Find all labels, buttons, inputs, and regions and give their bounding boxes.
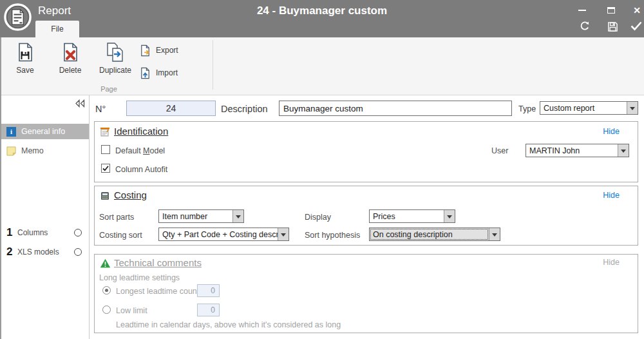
display-dropdown[interactable]: Prices bbox=[369, 209, 455, 223]
costing-title: Costing bbox=[114, 189, 147, 200]
leadtime-helper-text: Leadtime in calendar days, above which i… bbox=[116, 320, 341, 329]
duplicate-label: Duplicate bbox=[99, 66, 131, 75]
long-leadtime-settings-label: Long leadtime settings bbox=[99, 273, 180, 282]
minimize-button[interactable] bbox=[575, 5, 589, 16]
dropdown-arrow-button[interactable] bbox=[278, 228, 289, 240]
type-dropdown[interactable]: Custom report bbox=[540, 101, 638, 115]
sidebar-collapse-button[interactable] bbox=[74, 99, 86, 108]
costing-sort-label: Costing sort bbox=[99, 231, 142, 240]
default-model-checkbox[interactable] bbox=[101, 145, 110, 154]
longest-leadtime-label: Longest leadtime count bbox=[116, 287, 199, 296]
costing-sort-value: Qty + Part Code + Costing description bbox=[159, 228, 278, 240]
user-label: User bbox=[491, 146, 508, 155]
validate-button[interactable] bbox=[629, 19, 643, 32]
maximize-icon bbox=[607, 7, 615, 14]
delete-label: Delete bbox=[59, 66, 82, 75]
floppy-icon bbox=[607, 21, 618, 32]
delete-button[interactable]: Delete bbox=[54, 41, 86, 89]
sidebar-item-memo[interactable]: Memo bbox=[1, 143, 89, 159]
memo-note-icon bbox=[6, 146, 16, 156]
import-button[interactable]: Import bbox=[139, 64, 178, 81]
save-label: Save bbox=[16, 66, 33, 75]
import-label: Import bbox=[156, 68, 178, 77]
sidebar-step-columns[interactable]: 1 Columns bbox=[1, 226, 89, 240]
costing-sort-dropdown[interactable]: Qty + Part Code + Costing description bbox=[158, 228, 289, 241]
costing-hide-link[interactable]: Hide bbox=[603, 191, 620, 200]
identification-hide-link[interactable]: Hide bbox=[603, 127, 620, 136]
save-icon bbox=[15, 41, 35, 63]
step-status-circle-icon bbox=[74, 248, 82, 256]
document-title: 24 - Buymanager custom bbox=[0, 5, 644, 17]
dropdown-arrow-button[interactable] bbox=[232, 210, 243, 222]
technical-hide-label: Hide bbox=[603, 258, 620, 267]
refresh-icon bbox=[579, 21, 591, 32]
close-button[interactable]: ✕ bbox=[630, 5, 644, 16]
step-status-circle-icon bbox=[74, 229, 82, 237]
sort-parts-label: Sort parts bbox=[99, 213, 134, 222]
sort-hypothesis-value: On costing description bbox=[370, 228, 489, 240]
tab-file[interactable]: File bbox=[35, 21, 79, 37]
sort-parts-value: Item number bbox=[159, 210, 232, 222]
export-button[interactable]: Export bbox=[139, 42, 178, 59]
low-limit-input bbox=[197, 304, 220, 316]
titlebar: Report 24 - Buymanager custom File ✕ bbox=[0, 0, 644, 37]
sidebar-step-xls-models[interactable]: 2 XLS models bbox=[1, 245, 89, 259]
checkmark-icon bbox=[630, 20, 643, 32]
sidebar-item-general-info[interactable]: i General info bbox=[1, 124, 89, 139]
report-window: Report 24 - Buymanager custom File ✕ bbox=[0, 0, 644, 339]
type-label: Type bbox=[518, 104, 536, 113]
user-dropdown-value: MARTIN John bbox=[526, 144, 618, 157]
display-value: Prices bbox=[370, 210, 444, 222]
delete-icon bbox=[60, 41, 80, 63]
quick-save-button[interactable] bbox=[605, 20, 620, 33]
warning-triangle-icon bbox=[100, 258, 111, 268]
dropdown-arrow-button[interactable] bbox=[444, 210, 455, 222]
chevron-down-icon bbox=[630, 107, 635, 113]
sidebar-item-label: Memo bbox=[21, 146, 44, 155]
chevron-down-icon bbox=[236, 215, 241, 221]
technical-comments-title: Technical comments bbox=[114, 257, 202, 268]
description-label: Description bbox=[221, 104, 268, 114]
column-autofit-checkbox[interactable] bbox=[101, 164, 110, 173]
sort-parts-dropdown[interactable]: Item number bbox=[158, 209, 244, 223]
checkmark-icon bbox=[102, 164, 109, 172]
sort-hypothesis-label: Sort hypothesis bbox=[305, 231, 360, 240]
longest-leadtime-radio bbox=[102, 286, 111, 295]
identification-icon bbox=[100, 127, 110, 137]
user-dropdown[interactable]: MARTIN John bbox=[526, 144, 629, 157]
save-button[interactable]: Save bbox=[9, 41, 41, 89]
chevron-down-icon bbox=[492, 233, 497, 239]
costing-groupbox: Costing Hide Sort parts Item number Disp… bbox=[94, 186, 638, 246]
info-icon: i bbox=[6, 127, 16, 137]
chevron-down-icon bbox=[447, 215, 452, 221]
double-chevron-left-icon bbox=[74, 99, 86, 108]
step-number: 2 bbox=[1, 246, 15, 258]
number-label: N° bbox=[95, 104, 106, 114]
step-label: Columns bbox=[15, 228, 74, 237]
maximize-button[interactable] bbox=[604, 5, 618, 16]
dropdown-arrow-button[interactable] bbox=[618, 144, 629, 157]
ribbon-group-page-label: Page bbox=[82, 85, 135, 93]
close-icon: ✕ bbox=[633, 6, 641, 15]
dropdown-arrow-button[interactable] bbox=[489, 228, 500, 240]
import-icon bbox=[139, 67, 151, 79]
step-label: XLS models bbox=[15, 247, 74, 257]
type-dropdown-value: Custom report bbox=[540, 102, 627, 114]
display-label: Display bbox=[305, 213, 331, 222]
main-content: N° Description Type Custom report Identi… bbox=[90, 95, 644, 339]
identification-title: Identification bbox=[114, 126, 168, 137]
sort-hypothesis-dropdown[interactable]: On costing description bbox=[369, 228, 500, 241]
refresh-button[interactable] bbox=[578, 20, 592, 33]
minimize-icon bbox=[578, 10, 586, 11]
duplicate-icon bbox=[105, 41, 126, 63]
sidebar: i General info Memo 1 Columns 2 XLS mode… bbox=[1, 95, 90, 339]
low-limit-radio bbox=[102, 305, 111, 314]
costing-calculator-icon bbox=[100, 191, 110, 201]
duplicate-button[interactable]: Duplicate bbox=[94, 41, 137, 89]
ribbon-separator bbox=[213, 40, 213, 90]
report-number-input[interactable] bbox=[126, 101, 216, 116]
dropdown-arrow-button[interactable] bbox=[627, 102, 638, 114]
chevron-down-icon bbox=[281, 233, 286, 239]
description-input[interactable] bbox=[279, 101, 512, 116]
ribbon-toolbar: Save Delete Duplicate Expo bbox=[0, 37, 644, 95]
